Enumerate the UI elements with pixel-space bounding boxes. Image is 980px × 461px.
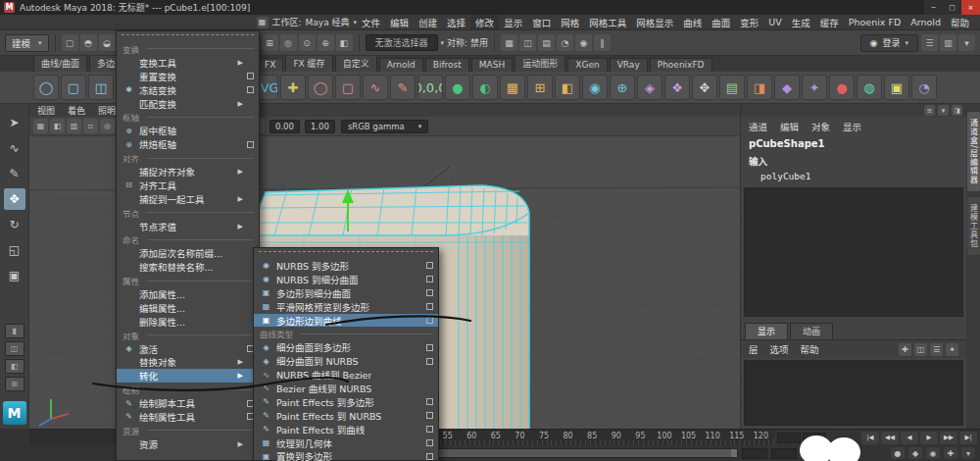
sidebar-toggle-icon[interactable]: ☰ bbox=[921, 34, 938, 51]
convert-submenu-item[interactable]: ∿ Bezier 曲线到 NURBS bbox=[254, 382, 438, 395]
shelf-tool-icon[interactable]: ✥ bbox=[692, 75, 717, 100]
modify-menu-item[interactable]: 变换 bbox=[117, 42, 259, 56]
menu-bar-item[interactable]: 创建 bbox=[414, 15, 442, 29]
tool-icon[interactable]: ◱ bbox=[4, 239, 25, 261]
shelf-tool-icon[interactable]: 0,0,0 bbox=[417, 75, 443, 100]
option-box[interactable] bbox=[426, 358, 433, 365]
layer-menu-item[interactable]: 帮助 bbox=[801, 342, 819, 356]
scene-file-icon[interactable]: ◒ bbox=[99, 34, 116, 51]
snap-icon[interactable]: ◧ bbox=[336, 34, 353, 51]
snap-icon[interactable]: ◎ bbox=[280, 34, 297, 51]
shelf-tool-icon[interactable]: ◉ bbox=[582, 75, 608, 100]
menu-bar-item[interactable]: 曲面 bbox=[707, 15, 735, 29]
scene-file-icon[interactable]: ▢ bbox=[62, 34, 78, 51]
menu-bar-item[interactable]: 生成 bbox=[787, 15, 815, 29]
layer-editor-tab[interactable]: 动画 bbox=[790, 323, 833, 339]
shelf-tool-icon[interactable]: ◯ bbox=[308, 75, 333, 100]
exposure-field[interactable]: 0.00 bbox=[270, 120, 300, 133]
channel-box-strip-icon[interactable]: ▾ bbox=[938, 105, 949, 116]
menu-bar-item[interactable]: UV bbox=[763, 15, 786, 29]
option-box[interactable] bbox=[426, 426, 433, 433]
range-end-field[interactable] bbox=[742, 448, 767, 459]
convert-submenu-item[interactable]: ▣ 置换到多边形 bbox=[254, 449, 438, 461]
menu-bar-item[interactable]: 选择 bbox=[442, 15, 470, 29]
modify-menu-item[interactable]: 替换对象 ▶ bbox=[117, 355, 259, 369]
animation-pref-icon[interactable]: ◆ bbox=[908, 447, 922, 459]
playback-button[interactable]: |◀ bbox=[861, 432, 879, 444]
layout-shortcut-button[interactable]: ⊞ bbox=[5, 377, 24, 391]
modify-menu-item[interactable]: 添加层次名称前缀... bbox=[117, 246, 259, 260]
convert-submenu-item[interactable]: ✎ Paint Effects 到曲线 bbox=[254, 423, 438, 436]
tear-off-handle[interactable] bbox=[122, 34, 254, 39]
modify-menu-item[interactable]: ⊕ 烘焙枢轴 bbox=[117, 137, 259, 151]
gamma-field[interactable]: 1.00 bbox=[305, 120, 335, 133]
modify-menu-item[interactable]: 搜索和替换名称... bbox=[117, 260, 259, 274]
render-icon[interactable]: ▤ bbox=[538, 34, 555, 51]
shelf-tool-icon[interactable]: ◐ bbox=[472, 75, 498, 100]
animation-pref-icon[interactable]: ✚ bbox=[944, 447, 957, 459]
menu-set-dropdown[interactable]: 建模 ▾ bbox=[5, 34, 49, 52]
modify-menu-item[interactable]: ⊟ 对齐工具 bbox=[117, 179, 259, 192]
tool-icon[interactable]: ✎ bbox=[4, 163, 25, 184]
convert-submenu-item[interactable]: ◈ 细分曲面到多边形 bbox=[254, 340, 438, 354]
shelf-tool-icon[interactable]: ▢ bbox=[335, 75, 361, 100]
viewport-toolbar-icon[interactable]: ▫ bbox=[83, 119, 98, 133]
shelf-tool-icon[interactable]: ✚ bbox=[280, 75, 306, 100]
convert-submenu-item[interactable]: ✎ Paint Effects 到 NURBS bbox=[254, 409, 438, 423]
shelf-tab[interactable]: 曲线/曲面 bbox=[33, 55, 87, 72]
shelf-tool-icon[interactable]: ● bbox=[445, 75, 470, 100]
animation-pref-icon[interactable]: ● bbox=[891, 447, 905, 459]
node-name[interactable]: pCubeShape1 bbox=[741, 134, 966, 149]
sidebar-vertical-tab[interactable]: 建模工具包 bbox=[967, 197, 980, 255]
render-icon[interactable]: ‖ bbox=[594, 34, 611, 51]
menu-bar-item[interactable]: Phoenix FD bbox=[844, 15, 906, 29]
layer-action-icon[interactable]: ◫ bbox=[914, 343, 927, 356]
modify-menu-item[interactable]: 对象 bbox=[117, 329, 259, 342]
menu-bar-item[interactable]: 显示 bbox=[499, 15, 527, 29]
layer-editor-tab[interactable]: 显示 bbox=[745, 323, 788, 339]
channel-box-menu-item[interactable]: 编辑 bbox=[780, 120, 799, 133]
option-box[interactable] bbox=[426, 303, 433, 310]
shelf-tab[interactable]: 自定义 bbox=[335, 55, 377, 72]
modify-menu-item[interactable]: 绘制 bbox=[117, 383, 259, 396]
shelf-tool-icon[interactable]: ◍ bbox=[857, 75, 882, 100]
viewport-toolbar-icon[interactable]: ▦ bbox=[33, 119, 48, 133]
modify-menu-item[interactable]: 添加属性... bbox=[117, 287, 259, 301]
modify-menu-item[interactable]: ✎ 绘制脚本工具 bbox=[117, 396, 259, 410]
menu-bar-item[interactable]: 编辑 bbox=[385, 15, 414, 29]
channel-list-area[interactable] bbox=[744, 187, 963, 317]
convert-submenu-item[interactable]: ▦ 平滑网格预览到多边形 bbox=[254, 300, 438, 314]
option-box[interactable] bbox=[426, 276, 433, 282]
shelf-tab[interactable]: 运动图形 bbox=[514, 55, 565, 72]
convert-submenu-item[interactable]: ∿ NURBS 曲线到 Bezier bbox=[254, 368, 438, 382]
render-icon[interactable]: ◫ bbox=[519, 34, 536, 51]
modify-menu-item[interactable]: 删除属性... bbox=[117, 315, 259, 329]
shelf-tab[interactable]: Arnold bbox=[379, 58, 423, 72]
menu-bar-item[interactable]: 曲线 bbox=[678, 15, 707, 29]
shelf-tool-icon[interactable]: ◧ bbox=[555, 75, 580, 100]
modify-menu-item[interactable]: 捕捉到一起工具 ▶ bbox=[117, 192, 259, 206]
channel-box-menu-item[interactable]: 对象 bbox=[811, 120, 830, 133]
login-button[interactable]: ◉ 登录 ▾ bbox=[860, 34, 918, 52]
option-box[interactable] bbox=[426, 439, 433, 446]
option-box[interactable] bbox=[426, 344, 433, 351]
layer-menu-item[interactable]: 层 bbox=[749, 342, 759, 356]
playback-button[interactable]: ◀◀ bbox=[881, 432, 899, 444]
menu-bar-item[interactable]: 帮助 bbox=[946, 15, 974, 29]
shelf-tab[interactable]: Bifrost bbox=[425, 58, 469, 72]
layer-action-icon[interactable]: ✚ bbox=[899, 343, 911, 356]
tool-icon[interactable]: ∿ bbox=[4, 137, 25, 159]
playback-button[interactable]: ▶| bbox=[959, 432, 977, 444]
option-box[interactable] bbox=[426, 412, 433, 419]
range-end-field-2[interactable] bbox=[771, 448, 797, 459]
playback-button[interactable]: ▶▶ bbox=[940, 432, 957, 444]
convert-submenu-item[interactable]: 曲线类型 bbox=[254, 327, 438, 340]
tool-icon[interactable]: ✥ bbox=[4, 188, 25, 210]
panel-menu-item[interactable]: 视图 bbox=[37, 104, 55, 117]
option-box[interactable] bbox=[426, 453, 433, 460]
symmetry-dropdown[interactable]: ▾ 对称: 禁用 bbox=[441, 36, 488, 49]
modify-menu-item[interactable]: 资源 ▶ bbox=[117, 437, 259, 451]
input-selection-field[interactable]: 无激活选择器 bbox=[366, 34, 438, 51]
snap-icon[interactable]: ⊕ bbox=[318, 34, 334, 51]
channel-box-strip-icon[interactable]: ≡ bbox=[924, 105, 935, 116]
